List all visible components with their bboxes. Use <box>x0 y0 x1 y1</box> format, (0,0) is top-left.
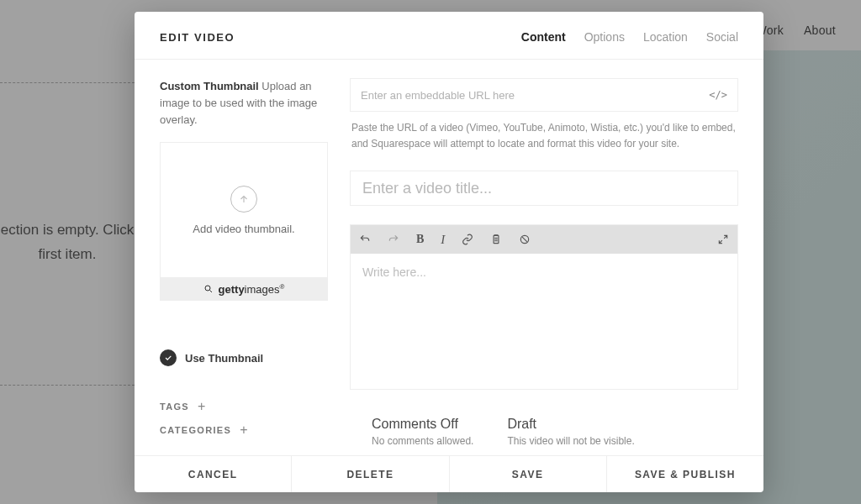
video-url-placeholder: Enter an embeddable URL here <box>361 89 515 102</box>
undo-button[interactable] <box>359 234 371 245</box>
clipboard-button[interactable] <box>490 234 502 245</box>
editor-toolbar: B I <box>351 225 737 254</box>
tab-options[interactable]: Options <box>584 30 625 44</box>
divider <box>0 82 135 83</box>
draft-status-text: This video will not be visible. <box>507 435 634 447</box>
use-thumbnail-label: Use Thumbnail <box>185 352 263 365</box>
description-textarea[interactable]: Write here... <box>351 254 737 389</box>
svg-line-4 <box>522 237 527 242</box>
tab-location[interactable]: Location <box>643 30 688 44</box>
tab-content[interactable]: Content <box>521 30 566 44</box>
tags-label: TAGS <box>160 402 189 412</box>
nav-about[interactable]: About <box>804 24 836 37</box>
upload-icon <box>230 186 257 213</box>
svg-line-1 <box>209 291 212 293</box>
custom-thumbnail-label: Custom Thumbnail Upload an image to be u… <box>160 78 328 129</box>
cancel-button[interactable]: CANCEL <box>135 456 292 492</box>
categories-label: CATEGORIES <box>160 425 231 435</box>
embed-code-button[interactable]: </> <box>709 89 727 101</box>
divider <box>0 385 135 386</box>
empty-collection-text: ection is empty. Click first item. <box>0 218 135 267</box>
search-icon <box>203 284 214 294</box>
add-category-button[interactable]: + <box>240 423 249 437</box>
comments-status-heading: Comments Off <box>372 417 473 432</box>
clear-format-button[interactable] <box>519 234 531 245</box>
video-title-placeholder: Enter a video title... <box>362 180 492 197</box>
description-placeholder: Write here... <box>362 265 426 279</box>
edit-video-modal: EDIT VIDEO Content Options Location Soci… <box>135 12 763 492</box>
description-editor: B I Write here... <box>350 224 738 390</box>
getty-images-button[interactable]: gettyimages® <box>160 278 328 301</box>
use-thumbnail-toggle[interactable] <box>160 349 177 366</box>
url-helper-text: Paste the URL of a video (Vimeo, YouTube… <box>351 120 737 152</box>
comments-status-text: No comments allowed. <box>372 435 473 447</box>
redo-button[interactable] <box>388 234 399 245</box>
add-tag-button[interactable]: + <box>198 400 207 413</box>
add-thumbnail-dropzone[interactable]: Add video thumbnail. <box>160 142 328 277</box>
save-button[interactable]: SAVE <box>450 456 607 492</box>
italic-button[interactable]: I <box>441 233 445 247</box>
delete-button[interactable]: DELETE <box>292 456 449 492</box>
check-icon <box>164 354 172 362</box>
modal-title: EDIT VIDEO <box>160 31 235 44</box>
draft-status-heading: Draft <box>507 417 634 432</box>
bold-button[interactable]: B <box>416 233 424 246</box>
save-publish-button[interactable]: SAVE & PUBLISH <box>607 456 763 492</box>
svg-point-0 <box>205 286 210 291</box>
expand-button[interactable] <box>717 234 729 245</box>
video-url-input[interactable]: Enter an embeddable URL here </> <box>350 78 738 112</box>
video-title-input[interactable]: Enter a video title... <box>350 171 738 206</box>
add-thumbnail-label: Add video thumbnail. <box>193 223 294 235</box>
tab-social[interactable]: Social <box>706 30 738 44</box>
link-button[interactable] <box>462 234 473 245</box>
